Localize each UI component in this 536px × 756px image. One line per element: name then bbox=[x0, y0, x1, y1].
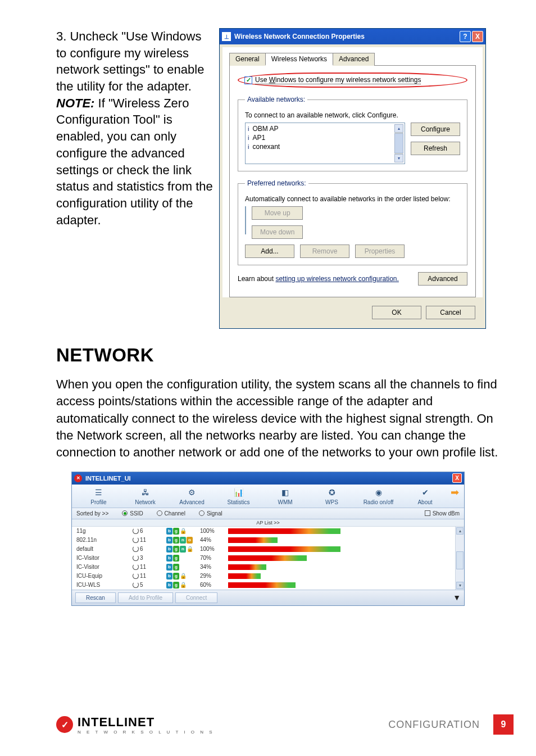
dialog-title-bar[interactable]: ⊥ Wireless Network Connection Properties… bbox=[220, 29, 485, 44]
list-item[interactable]: iOBM AP bbox=[247, 124, 394, 133]
page-footer: ✓ INTELLINET N E T W O R K S O L U T I O… bbox=[56, 714, 514, 735]
instr-b: If "Wireless Zero Configuration Tool" is… bbox=[56, 96, 213, 227]
channel-icon bbox=[133, 537, 139, 543]
app-logo-icon: ✕ bbox=[74, 474, 82, 482]
ap-list-header: AP List >> bbox=[72, 519, 464, 527]
close-button[interactable]: X bbox=[472, 31, 483, 42]
scroll-track[interactable] bbox=[456, 536, 464, 581]
advanced-button[interactable]: Advanced bbox=[418, 272, 467, 286]
channel-icon bbox=[133, 573, 139, 579]
sort-channel[interactable]: Channel bbox=[157, 510, 185, 517]
signal-bar bbox=[228, 564, 340, 570]
tool-wps[interactable]: ✪WPS bbox=[308, 487, 355, 505]
show-dbm[interactable]: Show dBm bbox=[425, 510, 460, 517]
table-row[interactable]: 802.11n11bgno44% bbox=[72, 536, 455, 545]
tool-radio[interactable]: ◉Radio on/off bbox=[355, 487, 402, 505]
properties-button[interactable]: Properties bbox=[355, 245, 405, 258]
move-up-button[interactable]: Move up bbox=[252, 206, 303, 220]
table-row[interactable]: ICU-WLS5bg🔒60% bbox=[72, 581, 455, 590]
ssid-cell: 11g bbox=[76, 528, 133, 534]
mode-b-icon: b bbox=[166, 528, 172, 535]
scroll-down-icon[interactable]: ▾ bbox=[394, 154, 403, 162]
tool-advanced[interactable]: ⚙Advanced bbox=[169, 487, 215, 505]
wmm-icon: ◧ bbox=[279, 487, 292, 498]
preferred-desc: Automatically connect to available netwo… bbox=[245, 195, 460, 203]
channel-icon bbox=[133, 555, 139, 561]
signal-bar bbox=[228, 537, 340, 543]
tool-statistics[interactable]: 📊Statistics bbox=[215, 487, 262, 505]
network-icon: 🖧 bbox=[139, 487, 152, 498]
move-down-button[interactable]: Move down bbox=[252, 225, 303, 239]
signal-bar bbox=[228, 582, 340, 588]
add-button[interactable]: Add... bbox=[245, 245, 294, 258]
connect-button[interactable]: Connect bbox=[175, 592, 217, 603]
table-row[interactable]: 11g6bg🔒100% bbox=[72, 527, 455, 536]
channel-cell: 11 bbox=[133, 573, 166, 579]
profile-icon: ☰ bbox=[93, 487, 105, 498]
scroll-down-icon[interactable]: ▾ bbox=[456, 582, 464, 589]
logo-mark-icon: ✓ bbox=[56, 716, 73, 733]
brand-logo: ✓ INTELLINET N E T W O R K S O L U T I O… bbox=[56, 715, 215, 735]
encryption-cell: bgno bbox=[166, 537, 200, 544]
learn-about-text: Learn about setting up wireless network … bbox=[238, 275, 399, 283]
network-grid: 11g6bg🔒100%802.11n11bgno44%default6bgn🔒1… bbox=[72, 527, 464, 590]
configure-button[interactable]: Configure bbox=[411, 123, 460, 136]
tool-wmm[interactable]: ◧WMM bbox=[262, 487, 308, 505]
channel-cell: 6 bbox=[133, 528, 166, 534]
ok-button[interactable]: OK bbox=[372, 306, 421, 319]
add-to-profile-button[interactable]: Add to Profile bbox=[118, 592, 173, 603]
table-row[interactable]: IC-Visitor3bg70% bbox=[72, 554, 455, 563]
radio-icon: ◉ bbox=[373, 487, 385, 498]
scrollbar[interactable]: ▴ ▾ bbox=[394, 124, 403, 162]
list-item[interactable]: iconexant bbox=[247, 142, 394, 151]
table-row[interactable]: IC-Visitor11bg34% bbox=[72, 563, 455, 572]
iui-title-bar[interactable]: ✕ INTELLINET_UI X bbox=[72, 472, 464, 485]
rescan-button[interactable]: Rescan bbox=[75, 592, 116, 603]
available-listbox[interactable]: iOBM AP iAP1 iconexant ▴ ▾ bbox=[245, 123, 405, 164]
preferred-legend: Preferred networks: bbox=[245, 179, 308, 187]
signal-bar bbox=[228, 546, 340, 552]
antenna-icon: i bbox=[248, 125, 249, 132]
scroll-up-icon[interactable]: ▴ bbox=[456, 527, 464, 535]
sort-label: Sorted by >> bbox=[76, 510, 108, 517]
lock-icon: 🔒 bbox=[187, 546, 193, 552]
preferred-listbox[interactable] bbox=[245, 206, 246, 234]
signal-percent: 70% bbox=[200, 555, 228, 561]
tab-general[interactable]: General bbox=[229, 53, 266, 66]
help-button[interactable]: ? bbox=[460, 31, 471, 42]
toolbar: ☰Profile 🖧Network ⚙Advanced 📊Statistics … bbox=[72, 485, 464, 508]
tool-about[interactable]: ✔About bbox=[402, 487, 448, 505]
scroll-thumb[interactable] bbox=[394, 133, 403, 153]
list-item[interactable]: iAP1 bbox=[247, 133, 394, 142]
tool-next[interactable]: ➡ bbox=[448, 487, 461, 505]
dropdown-icon[interactable]: ▼ bbox=[453, 593, 461, 602]
remove-button[interactable]: Remove bbox=[300, 245, 349, 258]
table-row[interactable]: ICU-Equip11bg🔒29% bbox=[72, 572, 455, 581]
antenna-icon: i bbox=[248, 143, 249, 150]
scroll-up-icon[interactable]: ▴ bbox=[394, 124, 403, 133]
table-row[interactable]: default6bgn🔒100% bbox=[72, 545, 455, 554]
tab-advanced[interactable]: Advanced bbox=[333, 53, 375, 66]
channel-cell: 3 bbox=[133, 555, 166, 561]
checkbox-icon: ✓ bbox=[244, 76, 252, 84]
signal-percent: 44% bbox=[200, 537, 228, 543]
encryption-cell: bg🔒 bbox=[166, 582, 200, 588]
radio-icon bbox=[199, 510, 205, 516]
sort-signal[interactable]: Signal bbox=[199, 510, 222, 517]
tool-network[interactable]: 🖧Network bbox=[122, 487, 169, 505]
tool-profile[interactable]: ☰Profile bbox=[75, 487, 122, 505]
refresh-button[interactable]: Refresh bbox=[411, 142, 460, 155]
cancel-button[interactable]: Cancel bbox=[426, 306, 475, 319]
intellinet-ui-window: ✕ INTELLINET_UI X ☰Profile 🖧Network ⚙Adv… bbox=[71, 472, 465, 606]
page-number: 9 bbox=[493, 714, 514, 735]
checkbox-label: Use Windows to configure my wireless net… bbox=[255, 76, 421, 84]
dialog-title: Wireless Network Connection Properties bbox=[234, 33, 460, 40]
learn-link[interactable]: setting up wireless network configuratio… bbox=[275, 275, 398, 283]
use-windows-checkbox-row[interactable]: ✓ Use Windows to configure my wireless n… bbox=[238, 73, 467, 88]
sort-ssid[interactable]: SSID bbox=[122, 510, 143, 517]
scrollbar[interactable]: ▴ ▾ bbox=[455, 527, 464, 590]
scroll-thumb[interactable] bbox=[456, 551, 464, 569]
tab-wireless-networks[interactable]: Wireless Networks bbox=[265, 53, 333, 66]
close-button[interactable]: X bbox=[452, 473, 462, 483]
mode-g-icon: g bbox=[173, 555, 179, 562]
